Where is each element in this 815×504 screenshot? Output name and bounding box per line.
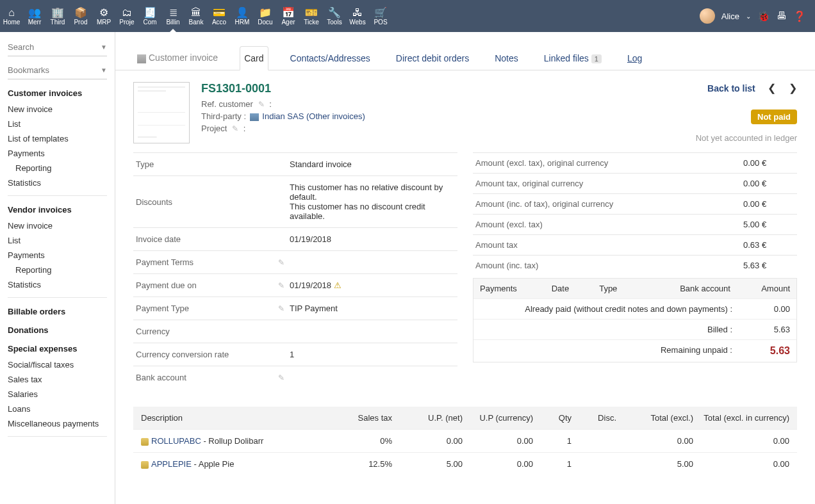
home-icon: ⌂ [8, 7, 15, 19]
sidebar-heading[interactable]: Customer invoices [8, 88, 107, 98]
tab-customer-invoice[interactable]: Customer invoice [133, 46, 222, 69]
amount-value: 5.00 € [743, 220, 794, 229]
topnav-mrp[interactable]: ⚙MRP [92, 0, 115, 32]
sidebar-item[interactable]: New invoice [8, 218, 107, 233]
topnav-home[interactable]: ⌂Home [0, 0, 23, 32]
invoice-lines: Description Sales tax U.P. (net) U.P (cu… [133, 407, 797, 475]
col-qty: Qty [536, 413, 574, 423]
topnav-tools[interactable]: 🔧Tools [323, 0, 346, 32]
document-thumbnail[interactable] [133, 82, 190, 143]
pencil-icon[interactable]: ✎ [258, 100, 265, 109]
topnav-pos[interactable]: 🛒POS [369, 0, 392, 32]
amount-row: Amount (excl. tax)5.00 € [473, 214, 797, 234]
topnav-acco[interactable]: 💳Acco [208, 0, 231, 32]
topnav-prod[interactable]: 📦Prod [69, 0, 92, 32]
line-qty: 1 [536, 459, 574, 469]
sidebar-item[interactable]: Payments [8, 248, 107, 263]
product-icon [141, 461, 149, 469]
next-arrow-icon[interactable]: ❯ [789, 82, 797, 94]
detail-value: This customer has no relative discount b… [290, 183, 455, 221]
other-invoices-link[interactable]: (Other invoices) [306, 111, 365, 121]
topnav-ticke[interactable]: 🎫Ticke [300, 0, 323, 32]
sidebar-item[interactable]: Social/fiscal taxes [8, 357, 107, 372]
detail-value [290, 257, 455, 267]
detail-label: Payment due on✎ [136, 280, 290, 290]
detail-label: Payment Terms✎ [136, 257, 290, 267]
sidebar-heading[interactable]: Donations [8, 325, 107, 335]
product-link[interactable]: APPLEPIE [151, 459, 192, 469]
tab-contacts-addresses[interactable]: Contacts/Addresses [286, 47, 374, 70]
sidebar-item[interactable]: List [8, 233, 107, 248]
sidebar-item[interactable]: New invoice [8, 102, 107, 117]
prev-arrow-icon[interactable]: ❮ [768, 82, 776, 94]
sidebar-item[interactable]: Sales tax [8, 372, 107, 387]
pay-label: Remaining unpaid : [480, 345, 745, 357]
detail-label: Currency conversion rate [136, 350, 290, 359]
product-link[interactable]: ROLLUPABC [151, 436, 201, 446]
sidebar-heading[interactable]: Billable orders [8, 307, 107, 316]
back-to-list-link[interactable]: Back to list [707, 83, 755, 93]
pencil-icon[interactable]: ✎ [278, 304, 284, 313]
pencil-icon[interactable]: ✎ [278, 373, 284, 382]
sidebar-item[interactable]: Miscellaneous payments [8, 416, 107, 431]
sidebar-item[interactable]: Payments [8, 146, 107, 161]
sidebar-item[interactable]: Loans [8, 402, 107, 416]
ticke-icon: 🎫 [305, 7, 318, 19]
line-row: ROLLUPABC - Rollup Dolibarr0%0.000.0010.… [133, 429, 797, 452]
tab-card[interactable]: Card [240, 46, 268, 70]
sidebar-item[interactable]: Statistics [8, 277, 107, 292]
amount-label: Amount tax [475, 240, 743, 250]
tab-notes[interactable]: Notes [491, 47, 522, 70]
avatar[interactable] [700, 8, 715, 24]
sidebar-item[interactable]: Reporting [8, 263, 107, 277]
topnav-bank[interactable]: 🏛Bank [185, 0, 208, 32]
topnav-docu[interactable]: 📁Docu [254, 0, 277, 32]
amount-label: Amount (inc. of tax), original currency [475, 199, 743, 209]
help-icon[interactable]: ❓ [793, 10, 806, 22]
sidebar-item[interactable]: Salaries [8, 387, 107, 402]
sidebar-item[interactable]: List [8, 117, 107, 131]
project-label: Project [201, 124, 227, 133]
line-totalc: 0.00 [696, 436, 792, 446]
pay-value: 5.63 [745, 345, 790, 357]
topnav-com[interactable]: 🧾Com [138, 0, 161, 32]
topnav-ager[interactable]: 📅Ager [277, 0, 300, 32]
topnav-hrm[interactable]: 👤HRM [231, 0, 254, 32]
proje-icon: 🗂 [122, 7, 132, 19]
username[interactable]: Alice [721, 12, 739, 21]
bookmarks-select[interactable]: Bookmarks ▼ [8, 61, 107, 79]
pencil-icon[interactable]: ✎ [278, 258, 284, 267]
badge: 1 [591, 54, 602, 63]
com-icon: 🧾 [144, 7, 156, 19]
invoice-ref: FS1301-0001 [201, 82, 684, 95]
line-tax: 0% [331, 436, 395, 446]
col-type: Type [599, 284, 646, 293]
pay-value: 5.63 [745, 325, 790, 334]
sidebar-heading[interactable]: Vendor invoices [8, 205, 107, 215]
pencil-icon[interactable]: ✎ [278, 281, 284, 290]
tab-linked-files[interactable]: Linked files1 [540, 47, 605, 70]
tab-log[interactable]: Log [623, 47, 646, 70]
search-placeholder: Search [8, 42, 34, 52]
col-description: Description [138, 413, 331, 423]
sidebar-item[interactable]: List of templates [8, 131, 107, 146]
tab-direct-debit-orders[interactable]: Direct debit orders [392, 47, 473, 70]
pencil-icon[interactable]: ✎ [232, 124, 238, 133]
search-select[interactable]: Search ▼ [8, 38, 107, 56]
line-total: 0.00 [619, 436, 696, 446]
detail-value: 01/19/2018 [290, 234, 455, 244]
chevron-down-icon[interactable]: ⌄ [746, 13, 751, 20]
col-upc: U.P (currency) [465, 413, 536, 423]
topnav-proje[interactable]: 🗂Proje [115, 0, 138, 32]
thirdparty-link[interactable]: Indian SAS [262, 111, 304, 121]
bug-icon[interactable]: 🐞 [757, 10, 770, 22]
topnav-merr[interactable]: 👥Merr [23, 0, 46, 32]
sidebar-item[interactable]: Reporting [8, 161, 107, 175]
topnav-webs[interactable]: 🖧Webs [346, 0, 369, 32]
detail-label: Discounts [136, 183, 290, 221]
sidebar-item[interactable]: Statistics [8, 175, 107, 190]
sidebar-heading[interactable]: Special expenses [8, 344, 107, 354]
print-icon[interactable]: 🖶 [777, 10, 787, 22]
topnav-third[interactable]: 🏢Third [46, 0, 69, 32]
topnav-billin[interactable]: ≣Billin [161, 0, 185, 32]
